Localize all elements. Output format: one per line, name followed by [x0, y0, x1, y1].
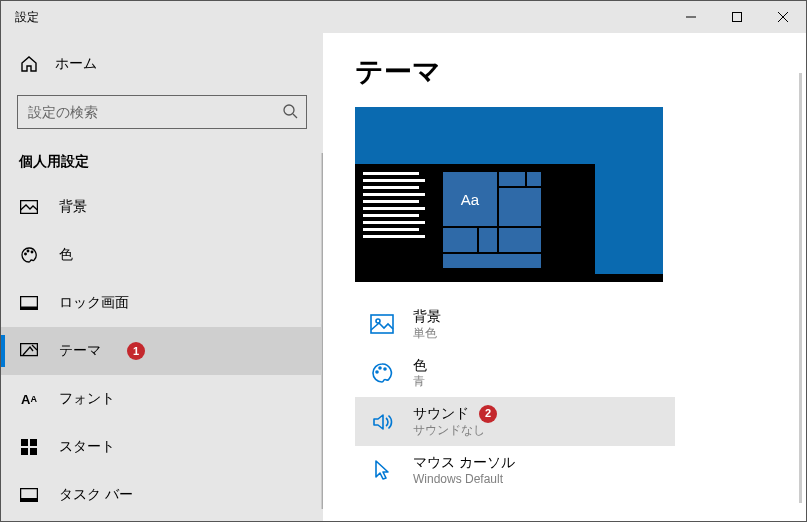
svg-point-9	[31, 251, 33, 253]
minimize-button[interactable]	[668, 1, 714, 33]
picture-icon	[367, 309, 397, 339]
setting-label: 色	[413, 357, 427, 375]
preview-start-menu: Aa	[355, 164, 595, 274]
close-icon	[778, 12, 788, 22]
svg-line-13	[32, 345, 37, 350]
svg-rect-19	[21, 498, 38, 501]
search-box[interactable]	[17, 95, 307, 129]
picture-icon	[19, 200, 39, 214]
sidebar-item-label: 背景	[59, 198, 87, 216]
preview-menu-lines	[363, 172, 433, 242]
sidebar-item-label: スタート	[59, 438, 115, 456]
svg-point-8	[27, 250, 29, 252]
sidebar-item-start[interactable]: スタート	[1, 423, 323, 471]
setting-sub: サウンドなし	[413, 423, 497, 438]
svg-rect-1	[733, 13, 742, 22]
section-header: 個人用設定	[1, 147, 323, 183]
content-scrollbar[interactable]	[799, 73, 802, 503]
home-icon	[19, 55, 39, 73]
annotation-badge-1: 1	[127, 342, 145, 360]
close-button[interactable]	[760, 1, 806, 33]
setting-sub: Windows Default	[413, 472, 515, 487]
setting-color[interactable]: 色 青	[355, 349, 675, 398]
svg-point-7	[25, 253, 27, 255]
lockscreen-icon	[19, 296, 39, 310]
setting-label: マウス カーソル	[413, 454, 515, 472]
svg-point-4	[284, 105, 294, 115]
svg-rect-14	[21, 439, 28, 446]
svg-rect-17	[30, 448, 37, 455]
search-icon	[282, 103, 298, 122]
sidebar-item-label: フォント	[59, 390, 115, 408]
setting-label: 背景	[413, 308, 441, 326]
sidebar-item-label: タスク バー	[59, 486, 133, 504]
sidebar-item-lockscreen[interactable]: ロック画面	[1, 279, 323, 327]
setting-sub: 単色	[413, 326, 441, 341]
start-icon	[19, 439, 39, 455]
home-label: ホーム	[55, 55, 97, 73]
svg-rect-11	[21, 307, 38, 310]
palette-icon	[19, 246, 39, 264]
preview-taskbar	[355, 274, 663, 282]
svg-point-23	[379, 367, 381, 369]
sidebar-item-label: ロック画面	[59, 294, 129, 312]
font-icon: AA	[19, 392, 39, 407]
svg-rect-15	[30, 439, 37, 446]
svg-rect-20	[371, 315, 393, 333]
sidebar-item-themes[interactable]: テーマ 1	[1, 327, 323, 375]
theme-preview[interactable]: Aa	[355, 107, 663, 282]
setting-label: サウンド	[413, 405, 469, 423]
svg-point-22	[376, 371, 378, 373]
window-title: 設定	[1, 9, 39, 26]
window-controls	[668, 1, 806, 33]
page-title: テーマ	[355, 53, 806, 91]
content-pane: テーマ Aa	[323, 33, 806, 521]
svg-line-5	[293, 114, 297, 118]
sidebar-item-fonts[interactable]: AA フォント	[1, 375, 323, 423]
taskbar-icon	[19, 488, 39, 502]
minimize-icon	[686, 12, 696, 22]
nav-home[interactable]: ホーム	[1, 43, 323, 85]
svg-point-24	[384, 368, 386, 370]
titlebar: 設定	[1, 1, 806, 33]
cursor-icon	[367, 455, 397, 485]
annotation-badge-2: 2	[479, 405, 497, 423]
setting-background[interactable]: 背景 単色	[355, 300, 675, 349]
svg-rect-16	[21, 448, 28, 455]
sidebar: ホーム 個人用設定 背景 色	[1, 33, 323, 521]
setting-sound[interactable]: サウンド 2 サウンドなし	[355, 397, 675, 446]
maximize-icon	[732, 12, 742, 22]
setting-cursor[interactable]: マウス カーソル Windows Default	[355, 446, 675, 495]
preview-tile-aa: Aa	[443, 172, 497, 226]
search-input[interactable]	[28, 104, 282, 120]
sound-icon	[367, 407, 397, 437]
setting-sub: 青	[413, 374, 427, 389]
sidebar-item-label: テーマ	[59, 342, 101, 360]
sidebar-item-taskbar[interactable]: タスク バー	[1, 471, 323, 519]
palette-icon	[367, 358, 397, 388]
theme-icon	[19, 343, 39, 359]
sidebar-item-label: 色	[59, 246, 73, 264]
sidebar-item-color[interactable]: 色	[1, 231, 323, 279]
sidebar-item-background[interactable]: 背景	[1, 183, 323, 231]
settings-window: 設定 ホーム	[0, 0, 807, 522]
maximize-button[interactable]	[714, 1, 760, 33]
window-body: ホーム 個人用設定 背景 色	[1, 33, 806, 521]
svg-rect-12	[21, 344, 38, 356]
